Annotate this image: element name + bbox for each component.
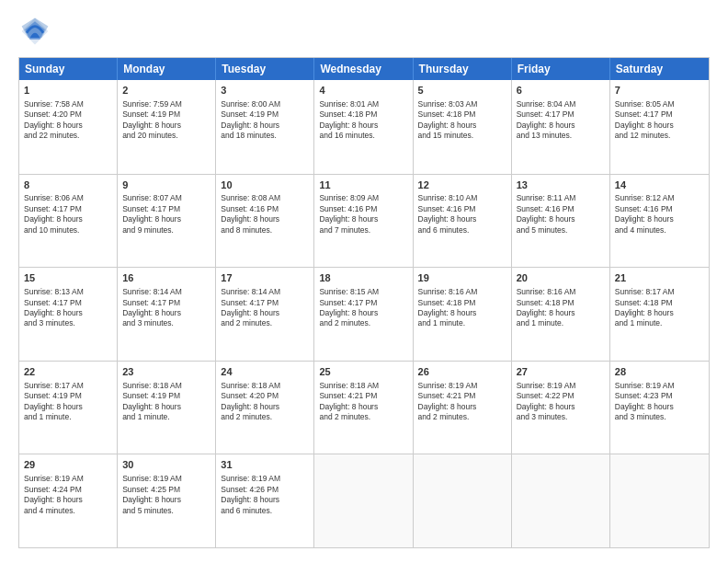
table-row: 16Sunrise: 8:14 AMSunset: 4:17 PMDayligh… [118,268,216,361]
table-row: 14Sunrise: 8:12 AMSunset: 4:16 PMDayligh… [610,175,709,268]
day-number: 10 [221,178,309,192]
table-row: 25Sunrise: 8:18 AMSunset: 4:21 PMDayligh… [314,362,413,454]
calendar-body: 1Sunrise: 7:58 AMSunset: 4:20 PMDaylight… [19,80,709,547]
table-row: 6Sunrise: 8:04 AMSunset: 4:17 PMDaylight… [512,80,610,174]
table-row: 11Sunrise: 8:09 AMSunset: 4:16 PMDayligh… [314,175,413,268]
day-number: 4 [319,84,407,98]
header [18,15,710,48]
table-row: 8Sunrise: 8:06 AMSunset: 4:17 PMDaylight… [19,175,118,268]
weekday-header-saturday: Saturday [610,58,709,80]
table-row: 13Sunrise: 8:11 AMSunset: 4:16 PMDayligh… [512,175,610,268]
weekday-header-wednesday: Wednesday [314,58,413,80]
page: SundayMondayTuesdayWednesdayThursdayFrid… [0,0,728,563]
table-row: 9Sunrise: 8:07 AMSunset: 4:17 PMDaylight… [118,175,216,268]
day-number: 11 [319,178,407,192]
table-row [414,454,512,547]
logo-icon [18,15,51,48]
table-row: 21Sunrise: 8:17 AMSunset: 4:18 PMDayligh… [610,268,709,361]
day-number: 18 [319,271,407,285]
day-number: 9 [122,178,210,192]
day-number: 7 [615,84,704,98]
table-row: 15Sunrise: 8:13 AMSunset: 4:17 PMDayligh… [19,268,118,361]
day-number: 30 [122,458,210,472]
day-number: 17 [221,271,309,285]
calendar-row: 15Sunrise: 8:13 AMSunset: 4:17 PMDayligh… [19,267,709,361]
day-number: 6 [517,84,605,98]
weekday-header-thursday: Thursday [414,58,512,80]
day-number: 23 [122,365,210,379]
table-row: 10Sunrise: 8:08 AMSunset: 4:16 PMDayligh… [216,175,314,268]
table-row: 4Sunrise: 8:01 AMSunset: 4:18 PMDaylight… [314,80,413,174]
table-row: 24Sunrise: 8:18 AMSunset: 4:20 PMDayligh… [216,362,314,454]
table-row: 29Sunrise: 8:19 AMSunset: 4:24 PMDayligh… [19,454,118,547]
day-number: 8 [24,178,112,192]
day-number: 28 [615,365,704,379]
day-number: 27 [517,365,605,379]
day-number: 13 [517,178,605,192]
table-row [610,454,709,547]
weekday-header-friday: Friday [512,58,610,80]
day-number: 15 [24,271,112,285]
table-row: 2Sunrise: 7:59 AMSunset: 4:19 PMDaylight… [118,80,216,174]
weekday-header-sunday: Sunday [19,58,118,80]
calendar-row: 1Sunrise: 7:58 AMSunset: 4:20 PMDaylight… [19,80,709,174]
table-row: 30Sunrise: 8:19 AMSunset: 4:25 PMDayligh… [118,454,216,547]
day-number: 26 [418,365,506,379]
day-number: 16 [122,271,210,285]
table-row: 7Sunrise: 8:05 AMSunset: 4:17 PMDaylight… [610,80,709,174]
table-row: 3Sunrise: 8:00 AMSunset: 4:19 PMDaylight… [216,80,314,174]
table-row [314,454,413,547]
day-number: 12 [418,178,506,192]
table-row: 17Sunrise: 8:14 AMSunset: 4:17 PMDayligh… [216,268,314,361]
table-row: 22Sunrise: 8:17 AMSunset: 4:19 PMDayligh… [19,362,118,454]
day-number: 1 [24,84,112,98]
table-row: 28Sunrise: 8:19 AMSunset: 4:23 PMDayligh… [610,362,709,454]
day-number: 25 [319,365,407,379]
table-row: 20Sunrise: 8:16 AMSunset: 4:18 PMDayligh… [512,268,610,361]
table-row: 31Sunrise: 8:19 AMSunset: 4:26 PMDayligh… [216,454,314,547]
table-row: 18Sunrise: 8:15 AMSunset: 4:17 PMDayligh… [314,268,413,361]
day-number: 31 [221,458,309,472]
day-number: 3 [221,84,309,98]
day-number: 14 [615,178,704,192]
table-row: 27Sunrise: 8:19 AMSunset: 4:22 PMDayligh… [512,362,610,454]
day-number: 5 [418,84,506,98]
day-number: 2 [122,84,210,98]
table-row [512,454,610,547]
day-number: 21 [615,271,704,285]
table-row: 12Sunrise: 8:10 AMSunset: 4:16 PMDayligh… [414,175,512,268]
calendar-row: 22Sunrise: 8:17 AMSunset: 4:19 PMDayligh… [19,361,709,454]
table-row: 26Sunrise: 8:19 AMSunset: 4:21 PMDayligh… [414,362,512,454]
day-number: 24 [221,365,309,379]
table-row: 19Sunrise: 8:16 AMSunset: 4:18 PMDayligh… [414,268,512,361]
table-row: 1Sunrise: 7:58 AMSunset: 4:20 PMDaylight… [19,80,118,174]
weekday-header-monday: Monday [118,58,216,80]
day-number: 22 [24,365,112,379]
table-row: 5Sunrise: 8:03 AMSunset: 4:18 PMDaylight… [414,80,512,174]
table-row: 23Sunrise: 8:18 AMSunset: 4:19 PMDayligh… [118,362,216,454]
day-number: 29 [24,458,112,472]
weekday-header-tuesday: Tuesday [216,58,314,80]
logo [18,15,55,48]
calendar-header: SundayMondayTuesdayWednesdayThursdayFrid… [19,58,709,80]
calendar-row: 8Sunrise: 8:06 AMSunset: 4:17 PMDaylight… [19,174,709,268]
calendar-row: 29Sunrise: 8:19 AMSunset: 4:24 PMDayligh… [19,454,709,547]
day-number: 19 [418,271,506,285]
calendar: SundayMondayTuesdayWednesdayThursdayFrid… [18,57,710,548]
day-number: 20 [517,271,605,285]
